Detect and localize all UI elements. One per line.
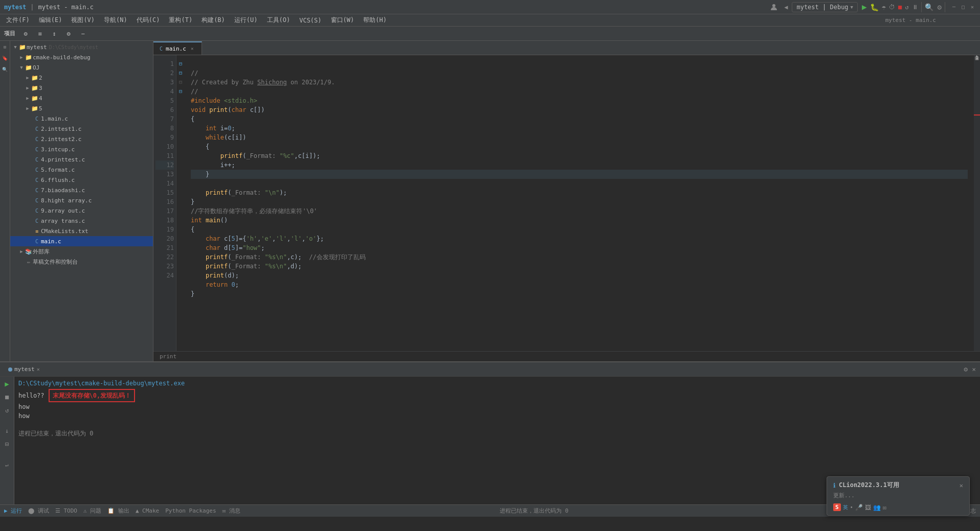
project-layout-icon[interactable]: ≡: [34, 28, 46, 40]
window-title: mytest - main.c: [885, 17, 936, 24]
project-more-icon[interactable]: ⚙: [62, 28, 75, 40]
search-everywhere-button[interactable]: 🔍: [925, 3, 933, 11]
tree-arrow-3: ▶: [25, 85, 31, 90]
tab-close-icon[interactable]: ✕: [189, 45, 195, 52]
stop-icon[interactable]: ■: [2, 392, 12, 402]
tree-item-5[interactable]: ▶ 📁 5: [10, 103, 153, 113]
menu-item-build[interactable]: 构建(B): [197, 15, 229, 26]
cmake-status[interactable]: ▲ CMake: [136, 507, 159, 514]
user-icon[interactable]: [770, 3, 778, 11]
tree-item-mytest[interactable]: ▼ 📁 mytest D:\CStudy\mytest: [10, 42, 153, 52]
minimize-button[interactable]: ─: [950, 4, 957, 11]
messages-status[interactable]: ✉ 消息: [222, 507, 240, 515]
run-config-dropdown[interactable]: mytest | Debug ▼: [792, 2, 858, 12]
bookmarks-icon[interactable]: 🔖: [1, 54, 9, 62]
filter-icon[interactable]: ⊟: [2, 439, 12, 449]
menu-item-tools[interactable]: 工具(O): [263, 15, 295, 26]
python-packages-status[interactable]: Python Packages: [165, 507, 216, 514]
titlebar: mytest | mytest - main.c ◀ mytest | Debu…: [0, 0, 980, 14]
tree-item-7biaodashi[interactable]: C 7.biaodashi.c: [10, 185, 153, 195]
problems-status[interactable]: ⚠ 问题: [83, 507, 101, 515]
menu-item-navigate[interactable]: 导航(N): [100, 15, 131, 26]
tree-item-3[interactable]: ▶ 📁 3: [10, 83, 153, 93]
menu-item-file[interactable]: 文件(F): [2, 15, 34, 26]
run-button[interactable]: ▶: [862, 2, 867, 12]
menu-item-edit[interactable]: 编辑(E): [35, 15, 66, 26]
taskbar-icon-img: 🖼: [865, 504, 871, 511]
menubar: 文件(F) 编辑(E) 视图(V) 导航(N) 代码(C) 重构(T) 构建(B…: [0, 14, 980, 27]
menu-item-view[interactable]: 视图(V): [67, 15, 99, 26]
run-status[interactable]: ▶ 运行: [4, 507, 22, 515]
stop-button[interactable]: ■: [898, 4, 902, 11]
structure-icon[interactable]: ⊞: [1, 43, 9, 51]
c-file-icon-10: C: [33, 208, 41, 214]
code-text[interactable]: // // Created by Zhu Shichong on 2023/1/…: [185, 55, 974, 351]
wrap-icon[interactable]: ↵: [2, 459, 12, 470]
folder2-icon: 📁: [31, 75, 39, 81]
debug-status[interactable]: ⬤ 调试: [28, 507, 49, 515]
todo-status[interactable]: ☰ TODO: [55, 507, 77, 514]
bottom-settings-icon[interactable]: ⚙: [964, 365, 968, 373]
run-tab[interactable]: mytest ✕: [4, 365, 44, 374]
menu-item-code[interactable]: 代码(C): [132, 15, 164, 26]
tree-item-4[interactable]: ▶ 📁 4: [10, 93, 153, 103]
pause-button[interactable]: ⏸: [912, 4, 918, 11]
code-editor[interactable]: 12345 678910 1112131415 1617181920 21222…: [153, 55, 980, 351]
tree-item-mainc[interactable]: C main.c: [10, 236, 153, 246]
menu-item-window[interactable]: 窗口(W): [327, 15, 359, 26]
tree-item-9arrayout[interactable]: C 9.array out.c: [10, 205, 153, 216]
find-icon[interactable]: 🔍: [1, 65, 9, 74]
rerun-button[interactable]: ↺: [905, 4, 908, 11]
tree-item-oj[interactable]: ▼ 📁 OJ: [10, 62, 153, 73]
tree-item-scratches[interactable]: ✏ 草稿文件和控制台: [10, 257, 153, 267]
notification-close-icon[interactable]: ✕: [960, 482, 963, 489]
tree-item-2[interactable]: ▶ 📁 2: [10, 73, 153, 83]
dropdown-chevron-icon: ▼: [851, 5, 853, 10]
tree-item-1main[interactable]: C 1.main.c: [10, 113, 153, 124]
profile-button[interactable]: ⏱: [889, 4, 895, 11]
taskbar-icon-message: ✉: [883, 504, 886, 511]
taskbar-icon-mic: 🎤: [855, 504, 863, 511]
project-tree: ▼ 📁 mytest D:\CStudy\mytest ▶ 📁 cmake-bu…: [10, 41, 153, 361]
tree-item-4printtest[interactable]: C 4.printtest.c: [10, 154, 153, 165]
c-file-icon-6: C: [33, 167, 41, 173]
tree-item-cmake-build[interactable]: ▶ 📁 cmake-build-debug: [10, 52, 153, 62]
editor-tab-mainc[interactable]: C main.c ✕: [153, 41, 202, 55]
settings-button[interactable]: ⚙: [938, 3, 942, 11]
oj-folder-icon: 📁: [25, 64, 33, 71]
project-settings-icon[interactable]: ⚙: [19, 28, 32, 40]
run-icon[interactable]: ▶: [2, 379, 12, 389]
project-sort-icon[interactable]: ↕: [48, 28, 60, 40]
menu-item-vcs[interactable]: VCS(S): [295, 16, 325, 25]
back-icon[interactable]: ◀: [784, 4, 788, 11]
tree-item-5format[interactable]: C 5.format.c: [10, 165, 153, 175]
coverage-button[interactable]: ☂: [882, 3, 886, 11]
maximize-button[interactable]: □: [960, 4, 967, 11]
menu-item-refactor[interactable]: 重构(T): [165, 15, 196, 26]
debug-button[interactable]: 🐛: [870, 3, 879, 11]
notification-link[interactable]: 更新...: [833, 492, 963, 499]
scroll-to-end-icon[interactable]: ↓: [2, 426, 12, 436]
c-file-icon-main: C: [33, 239, 41, 244]
titlebar-left: mytest | mytest - main.c: [4, 4, 94, 11]
breadcrumb-item[interactable]: print: [160, 353, 176, 360]
close-button[interactable]: ✕: [969, 4, 976, 11]
menu-item-run[interactable]: 运行(U): [230, 15, 262, 26]
terminal-output-line3: how: [18, 411, 976, 421]
tree-item-6fflush[interactable]: C 6.fflush.c: [10, 175, 153, 185]
tree-item-cmakelists[interactable]: ≡ CMakeLists.txt: [10, 226, 153, 236]
titlebar-controls: ◀ mytest | Debug ▼ ▶ 🐛 ☂ ⏱ ■ ↺ ⏸ 🔍 ⚙ ─ □…: [770, 2, 976, 12]
tree-item-external[interactable]: ▶ 📚 外部库: [10, 246, 153, 257]
tree-item-2inttest2[interactable]: C 2.inttest2.c: [10, 134, 153, 144]
bottom-close-icon[interactable]: ×: [972, 365, 976, 373]
run-tab-close-icon[interactable]: ✕: [37, 366, 40, 372]
project-minimize-icon[interactable]: −: [77, 28, 89, 40]
output-status[interactable]: 📋 输出: [107, 507, 129, 515]
rerun-icon[interactable]: ↺: [2, 405, 12, 415]
tree-item-arraytrans[interactable]: C array trans.c: [10, 216, 153, 226]
tree-item-8hightarray[interactable]: C 8.hight array.c: [10, 195, 153, 205]
menu-item-help[interactable]: 帮助(H): [359, 15, 391, 26]
tree-item-2inttest1[interactable]: C 2.inttest1.c: [10, 124, 153, 134]
tree-item-3intcup[interactable]: C 3.intcup.c: [10, 144, 153, 154]
right-scrollbar-gutter[interactable]: 1: [974, 55, 980, 351]
